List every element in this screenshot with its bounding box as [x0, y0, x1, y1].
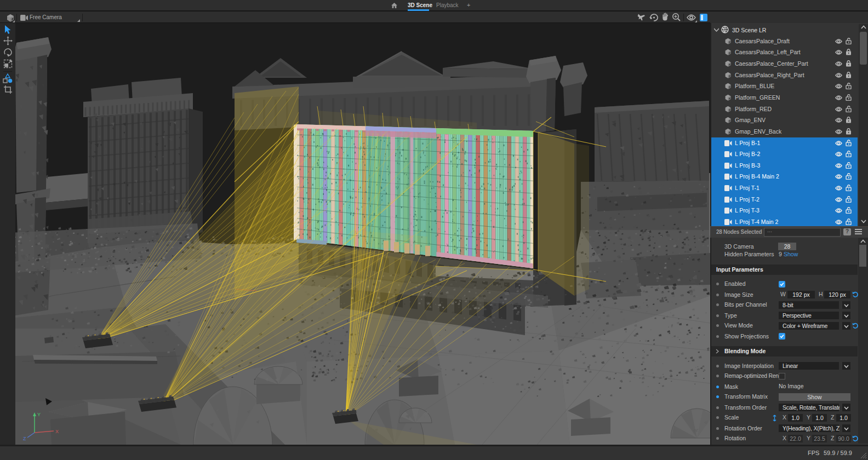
svg-text:Z: Z: [23, 436, 26, 441]
svg-text:X: X: [55, 429, 59, 434]
svg-text:Y: Y: [37, 412, 41, 417]
